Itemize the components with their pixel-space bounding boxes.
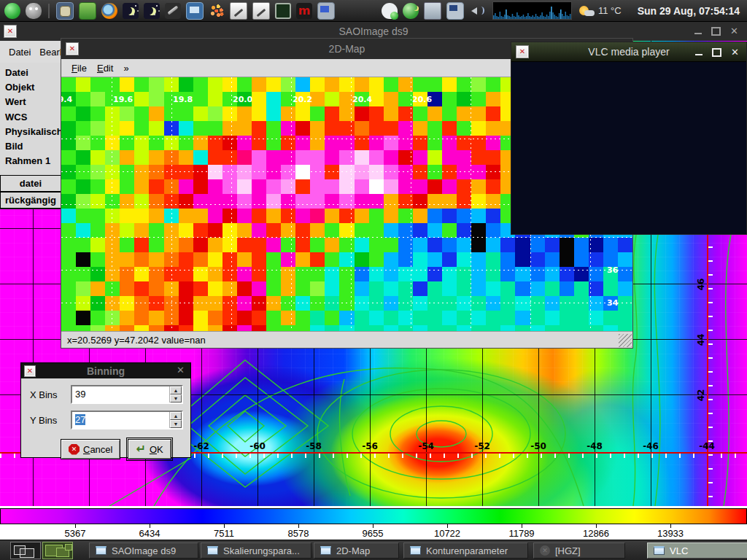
- colorbar-tick-label: 8578: [276, 528, 320, 539]
- volume-icon[interactable]: [469, 3, 485, 19]
- taskbar-button-skalierungspara-[interactable]: Skalierungspara...: [201, 542, 311, 559]
- document-edit2-icon[interactable]: [252, 2, 270, 20]
- minimize-button[interactable]: [695, 54, 703, 55]
- panel-row: WCS: [5, 112, 61, 126]
- window-icon: [207, 546, 218, 555]
- spin-down-button[interactable]: ▼: [170, 420, 182, 428]
- firefox-icon[interactable]: [101, 3, 117, 19]
- screen-capture-icon[interactable]: [317, 2, 335, 20]
- clock[interactable]: Sun 29 Aug, 07:54:14: [638, 5, 740, 17]
- longitude-label: -52: [470, 441, 495, 451]
- taskbar-button--hgz-[interactable]: [HGZ]: [533, 542, 625, 559]
- menu-»[interactable]: »: [123, 63, 128, 74]
- y-bins-value[interactable]: 27: [72, 412, 169, 428]
- latitude-label: 42: [696, 386, 706, 405]
- vlc-titlebar[interactable]: VLC media player ✕: [511, 42, 746, 61]
- binning-dialog[interactable]: Binning ✕ X Bins 39 ▲ ▼ Y Bins 27 ▲ ▼: [20, 362, 191, 458]
- desktop: -62-60-58-56-54-52-50-48-46-44 464442 SA…: [0, 0, 747, 560]
- workspace-2-active[interactable]: [42, 542, 73, 559]
- taskbar-button-2d-map[interactable]: 2D-Map: [314, 542, 399, 559]
- schedule-icon[interactable]: [403, 3, 419, 19]
- colorbar-strip: 5367643475118578965510722117891286613933: [0, 506, 747, 540]
- menu-file[interactable]: File: [71, 63, 87, 74]
- colorbar-tick-label: 10722: [425, 528, 469, 539]
- mplayer-icon[interactable]: m: [296, 3, 312, 19]
- screenshot-tool-icon[interactable]: [56, 2, 74, 20]
- x-bins-value[interactable]: 39: [72, 386, 169, 402]
- terminal-icon[interactable]: [275, 3, 291, 19]
- close-button[interactable]: ✕: [731, 47, 739, 58]
- system-tray: [382, 2, 485, 20]
- home-folder-icon[interactable]: [79, 2, 96, 20]
- spin-down-button[interactable]: ▼: [170, 394, 182, 402]
- longitude-label: -58: [301, 441, 326, 451]
- colorbar-tick-label: 5367: [53, 528, 97, 539]
- axis-tick-marks-vertical: [708, 233, 713, 506]
- x-tick-label: 20.0: [233, 95, 252, 104]
- longitude-label: -50: [526, 441, 551, 451]
- launcher-icons: m: [4, 2, 335, 20]
- maximize-button[interactable]: [712, 48, 721, 57]
- cancel-button[interactable]: Cancel: [61, 439, 120, 459]
- panel-button-rückgängig[interactable]: rückgängig: [0, 192, 61, 209]
- longitude-label: -46: [638, 441, 663, 451]
- y-bins-spinbox[interactable]: 27 ▲ ▼: [71, 411, 183, 429]
- colorbar-tick-label: 9655: [351, 528, 395, 539]
- spin-up-button[interactable]: ▲: [170, 386, 182, 394]
- ok-button[interactable]: OK: [128, 439, 171, 459]
- ds9-window-title: SAOImage ds9: [0, 26, 747, 37]
- colorbar-tick-label: 12866: [574, 528, 618, 539]
- taskbar-button-vlc[interactable]: VLC: [647, 542, 747, 559]
- weather-widget[interactable]: 11 °C: [579, 5, 622, 16]
- y-tick-label: 36: [607, 265, 618, 275]
- telescope-icon[interactable]: [165, 3, 181, 19]
- workspace-pager[interactable]: [10, 542, 73, 559]
- remote-desktop-icon[interactable]: [186, 2, 204, 20]
- x-bins-spinbox[interactable]: 39 ▲ ▼: [71, 385, 183, 404]
- workspace-1[interactable]: [10, 542, 41, 559]
- panel-row: Objekt: [5, 82, 61, 96]
- menu-edit[interactable]: Edit: [97, 63, 113, 74]
- colorbar-gradient[interactable]: [0, 508, 747, 524]
- spin-up-button[interactable]: ▲: [170, 412, 182, 420]
- spinner-arrows: ▲ ▼: [169, 412, 182, 428]
- document-edit-icon[interactable]: [230, 2, 247, 20]
- xephem-night2-icon[interactable]: [144, 3, 160, 19]
- system-monitor-graph[interactable]: [492, 1, 572, 20]
- vlc-video-area: [511, 61, 746, 234]
- y-tick-label: 34: [607, 298, 618, 308]
- cursor-readout: x=20.5269 y=47.2042 value=nan: [67, 335, 206, 346]
- close-x-button[interactable]: ✕: [177, 365, 185, 376]
- x-tick-label: 19.4: [61, 95, 72, 104]
- close-button[interactable]: ✕: [730, 26, 738, 36]
- xephem-night-icon[interactable]: [123, 3, 139, 19]
- panel-button-datei[interactable]: datei: [0, 175, 61, 192]
- vlc-window[interactable]: VLC media player ✕: [511, 42, 747, 235]
- chat-icon[interactable]: [382, 3, 398, 19]
- longitude-label: -56: [357, 441, 382, 451]
- x-tick-label: 20.4: [352, 95, 372, 104]
- window-icon: [410, 546, 421, 555]
- menu-datei[interactable]: Datei: [9, 47, 31, 58]
- longitude-label: -48: [582, 441, 607, 451]
- particle-cluster-icon[interactable]: [209, 3, 225, 19]
- resize-grip[interactable]: [619, 334, 632, 347]
- binning-titlebar[interactable]: Binning ✕: [21, 363, 190, 378]
- latitude-label: 44: [696, 330, 706, 349]
- taskbar-button-konturenparameter[interactable]: Konturenparameter: [403, 542, 528, 559]
- taskbar: SAOImage ds9Skalierungspara...2D-MapKont…: [0, 540, 747, 560]
- suse-icon[interactable]: [4, 3, 20, 19]
- gimp-icon[interactable]: [26, 3, 42, 19]
- workstation-icon[interactable]: [446, 2, 464, 20]
- clipboard-icon[interactable]: [424, 2, 441, 20]
- x-tick-label: 19.6: [113, 95, 133, 104]
- taskbar-button-saoimage-ds9[interactable]: SAOImage ds9: [89, 542, 198, 559]
- menu-bearbeiten[interactable]: Bearbeiten: [39, 47, 62, 58]
- minimize-button[interactable]: [694, 33, 702, 34]
- maximize-button[interactable]: [711, 27, 721, 36]
- window-controls: ✕: [694, 26, 738, 36]
- x-tick-label: 19.8: [173, 95, 193, 104]
- ds9-menubar[interactable]: DateiBearbeiten: [0, 41, 62, 63]
- longitude-label: -60: [245, 441, 270, 451]
- temperature: 11 °C: [598, 5, 622, 16]
